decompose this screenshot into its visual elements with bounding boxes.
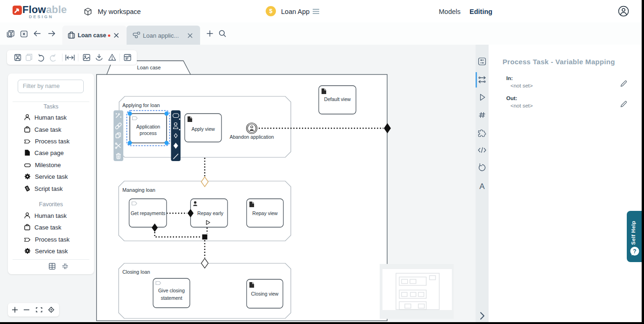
svg-text:Applying for loan: Applying for loan: [122, 102, 160, 108]
svg-text:Application: Application: [136, 124, 161, 129]
svg-text:?: ?: [633, 248, 636, 255]
svg-text:Loan case: Loan case: [137, 65, 161, 70]
svg-text:process: process: [140, 130, 157, 136]
svg-text:Managing loan: Managing loan: [122, 187, 155, 193]
svg-text:statement: statement: [161, 295, 182, 301]
svg-text:Default view: Default view: [324, 96, 351, 102]
svg-text:Closing view: Closing view: [251, 291, 279, 297]
svg-text:A: A: [479, 182, 485, 191]
svg-text:Get repayments: Get repayments: [131, 210, 166, 216]
svg-text:Repay early: Repay early: [197, 210, 224, 216]
svg-text:Abandon application: Abandon application: [229, 134, 274, 140]
svg-text:Repay view: Repay view: [252, 210, 278, 216]
svg-text:Give closing: Give closing: [158, 288, 185, 293]
svg-text:Apply view: Apply view: [191, 126, 215, 132]
svg-text:Closing loan: Closing loan: [122, 269, 150, 275]
